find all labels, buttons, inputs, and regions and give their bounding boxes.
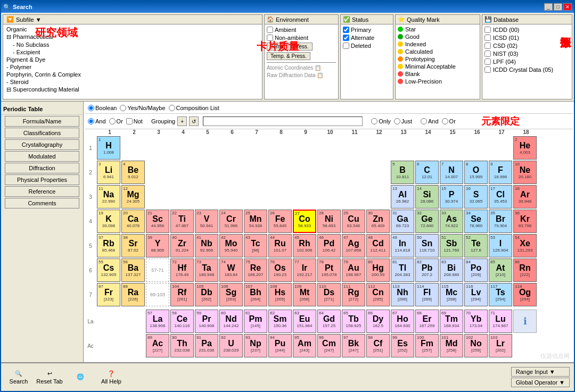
element-Fr[interactable]: 87Fr[223] — [97, 283, 120, 306]
tree-item-steroid[interactable]: - Steroid — [4, 78, 261, 86]
element-Ag[interactable]: 47Ag107.868 — [342, 234, 365, 257]
element-Cf[interactable]: 98Cf[251] — [366, 334, 390, 357]
tree-item-organic[interactable]: Organic — [4, 26, 261, 33]
element-Na[interactable]: 11 Na 22.990 — [97, 185, 120, 208]
crystallography-button[interactable]: Crystallography — [5, 139, 79, 150]
reference-button[interactable]: Reference — [5, 186, 79, 197]
element-search-input[interactable] — [203, 116, 363, 126]
help-button[interactable]: ❓ All Help — [98, 370, 125, 385]
element-Pd[interactable]: 46Pd106.42 — [317, 234, 341, 257]
element-Pu[interactable]: 94Pu[244] — [268, 334, 292, 357]
tree-item-excipient[interactable]: - Excipient — [4, 48, 261, 56]
and-radio-label[interactable]: And — [88, 118, 106, 124]
just-radio-label[interactable]: Just — [394, 118, 412, 124]
diffraction-button[interactable]: Diffraction — [5, 163, 79, 173]
and2-radio-label[interactable]: And — [421, 118, 439, 124]
element-Hs[interactable]: 108Hs[265] — [268, 283, 292, 306]
element-Nd[interactable]: 60Nd144.242 — [219, 310, 243, 333]
element-Li[interactable]: 3 Li 6.941 — [97, 161, 120, 184]
element-Pm[interactable]: 61Pm[145] — [244, 310, 267, 333]
classifications-button[interactable]: Classifications — [5, 128, 79, 138]
element-Ba[interactable]: 56Ba137.327 — [121, 258, 145, 282]
element-Fl[interactable]: 114Fl[289] — [415, 283, 439, 306]
element-Cs[interactable]: 55Cs132.905 — [97, 258, 120, 282]
element-Og[interactable]: 118Og[294] — [513, 283, 537, 306]
tree-item-polymer[interactable]: - Polymer — [4, 63, 261, 71]
yes-no-maybe-radio-label[interactable]: Yes/No/Maybe — [120, 105, 165, 111]
element-Tb[interactable]: 65Tb158.925 — [342, 310, 365, 333]
element-He[interactable]: 2 He 4.003 — [513, 136, 537, 160]
element-Cn[interactable]: 112Cn[285] — [366, 283, 390, 306]
element-Rh[interactable]: 45Rh102.906 — [293, 234, 316, 257]
press-button[interactable]: Press. — [290, 43, 312, 51]
element-Y[interactable]: 39Y88.906 — [146, 234, 169, 257]
element-Sg[interactable]: 106Sg[263] — [219, 283, 243, 306]
element-H[interactable]: 1 H 1.008 — [97, 136, 120, 160]
element-Au[interactable]: 79Au196.967 — [342, 258, 365, 282]
element-Te[interactable]: 52Te127.6 — [464, 234, 488, 257]
element-Mo[interactable]: 42Mo95.940 — [219, 234, 243, 257]
element-Br[interactable]: 35Br79.904 — [489, 210, 512, 233]
element-Mn[interactable]: 25Mn54.938 — [244, 210, 267, 233]
element-Cd[interactable]: 48Cd112.411 — [366, 234, 390, 257]
element-K[interactable]: 19K39.098 — [97, 210, 120, 233]
element-Cr[interactable]: 24Cr51.996 — [219, 210, 243, 233]
not-radio-label[interactable]: Not — [126, 118, 143, 124]
element-Gd[interactable]: 64Gd157.25 — [317, 310, 341, 333]
element-Dy[interactable]: 66Dy162.5 — [366, 310, 390, 333]
csd-checkbox[interactable] — [484, 43, 491, 49]
element-Ho[interactable]: 67Ho164.930 — [391, 310, 414, 333]
element-Xe[interactable]: 54Xe131.293 — [513, 234, 537, 257]
element-Ru[interactable]: 44Ru101.07 — [268, 234, 292, 257]
deleted-checkbox[interactable] — [343, 43, 349, 49]
element-Po[interactable]: 84Po[209] — [464, 258, 488, 282]
element-Es[interactable]: 99Es[252] — [391, 334, 414, 357]
grouping-add-button[interactable]: + — [177, 116, 187, 126]
element-Ca[interactable]: 20Ca40.078 — [121, 210, 145, 233]
physical-properties-button[interactable]: Physical Properties — [5, 174, 79, 185]
element-Yb[interactable]: 70Yb173.04 — [464, 310, 488, 333]
and2-radio[interactable] — [421, 118, 427, 124]
element-Eu[interactable]: 63Eu151.964 — [293, 310, 316, 333]
element-Nb[interactable]: 41Nb92.906 — [195, 234, 218, 257]
search-bottom-button[interactable]: 🔍 Search — [5, 370, 32, 385]
element-Fe[interactable]: 26Fe55.845 — [268, 210, 292, 233]
element-No[interactable]: 102No[259] — [464, 334, 488, 357]
subfile-content[interactable]: Organic ⊟ Pharmaceutical - No Subclass -… — [3, 24, 262, 99]
element-Ds[interactable]: 110Ds[271] — [317, 283, 341, 306]
non-ambient-checkbox[interactable] — [267, 35, 273, 41]
element-La[interactable]: 57La138.906 — [146, 310, 169, 333]
tree-item-superconducting[interactable]: ⊟ Superconducting Material — [4, 86, 261, 94]
and-radio[interactable] — [88, 118, 94, 124]
element-Hg[interactable]: 80Hg200.59 — [366, 258, 390, 282]
minimize-button[interactable]: _ — [544, 3, 553, 11]
element-Bk[interactable]: 97Bk[247] — [342, 334, 365, 357]
or-radio-label[interactable]: Or — [109, 118, 123, 124]
element-In[interactable]: 49In114.818 — [391, 234, 414, 257]
composition-list-radio[interactable] — [169, 105, 175, 111]
element-W[interactable]: 74W183.84 — [219, 258, 243, 282]
element-Tm[interactable]: 69Tm168.934 — [440, 310, 463, 333]
element-Pr[interactable]: 59Pr140.908 — [195, 310, 218, 333]
element-U[interactable]: 92U238.029 — [219, 334, 243, 357]
only-radio[interactable] — [371, 118, 377, 124]
boolean-radio[interactable] — [88, 105, 94, 111]
element-Co[interactable]: 27Co58.933 — [293, 210, 316, 233]
temp-button[interactable]: Temp. — [267, 43, 289, 51]
element-Ts[interactable]: 117Ts[294] — [489, 283, 512, 306]
element-O[interactable]: 8 O 15.999 — [464, 161, 488, 184]
composition-list-radio-label[interactable]: Composition List — [169, 105, 219, 111]
formula-name-button[interactable]: Formula/Name — [5, 116, 79, 127]
element-Db[interactable]: 105Db[262] — [195, 283, 218, 306]
element-P[interactable]: 15 P 30.974 — [440, 185, 463, 208]
element-Lu[interactable]: 71Lu174.967 — [489, 310, 512, 333]
tree-item-porphyrin[interactable]: Porphyrin, Corrin & Complex — [4, 71, 261, 78]
element-B[interactable]: 5 B 10.811 — [391, 161, 414, 184]
element-Am[interactable]: 95Am[243] — [293, 334, 316, 357]
global-operator-button[interactable]: Global Operator ▼ — [511, 378, 570, 387]
element-Lr[interactable]: 103Lr[262] — [489, 334, 512, 357]
element-Bh[interactable]: 107Bh[264] — [244, 283, 267, 306]
element-Pt[interactable]: 78Pt195.078 — [317, 258, 341, 282]
grouping-refresh-button[interactable]: ↺ — [189, 116, 199, 126]
element-Rn[interactable]: 86Rn[222] — [513, 258, 537, 282]
